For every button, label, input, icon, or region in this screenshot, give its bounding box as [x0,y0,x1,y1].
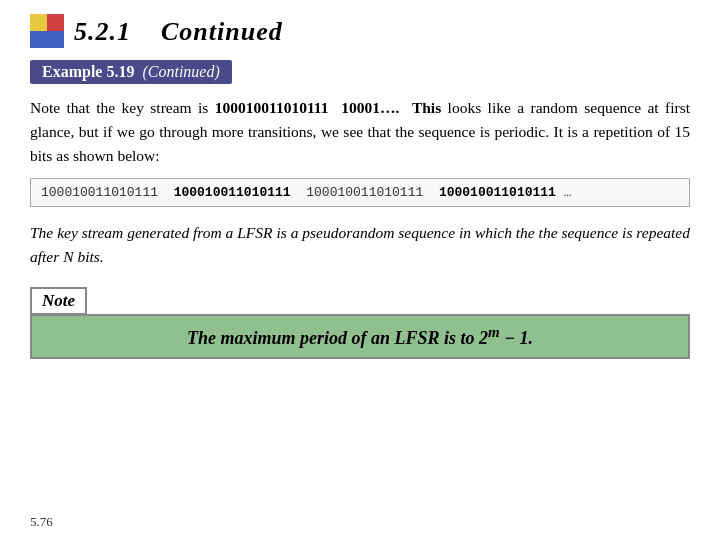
footer-page-number: 5.76 [30,514,53,530]
icon-square-4 [47,31,64,48]
section-number: 5.2.1 [74,17,131,46]
icon-square-3 [30,31,47,48]
example-label: Example 5.19 [42,63,134,80]
page-container: 5.2.1 Continued Example 5.19 (Continued)… [0,0,720,540]
example-continued: (Continued) [142,63,219,80]
main-paragraph: Note that the key stream is 100010011010… [30,96,690,168]
seq-part-2: 100010011010111 [174,185,291,200]
second-paragraph-text: The key stream generated from a LFSR is … [30,224,690,265]
section-icon [30,14,66,50]
note-content-text: The maximum period of an LFSR is to 2m −… [52,324,668,349]
icon-square-2 [47,14,64,31]
paragraph-text-before: Note that the key stream is [30,99,215,116]
second-paragraph: The key stream generated from a LFSR is … [30,221,690,269]
sequence-box: 100010011010111 100010011010111 10001001… [30,178,690,207]
icon-square-1 [30,14,47,31]
seq-part-3: 100010011010111 [291,185,439,200]
seq-part-1: 100010011010111 [41,185,174,200]
note-content-box: The maximum period of an LFSR is to 2m −… [30,314,690,359]
note-section: Note The maximum period of an LFSR is to… [30,287,690,359]
section-title-text: Continued [161,17,283,46]
section-title: 5.2.1 Continued [74,17,283,47]
example-banner: Example 5.19 (Continued) [30,60,690,96]
header-row: 5.2.1 Continued [30,14,690,50]
seq-part-4: 100010011010111 [439,185,556,200]
note-label: Note [30,287,87,315]
seq-part-5: … [556,185,572,200]
highlight-sequence: 100010011010111 10001…. This [215,99,441,116]
